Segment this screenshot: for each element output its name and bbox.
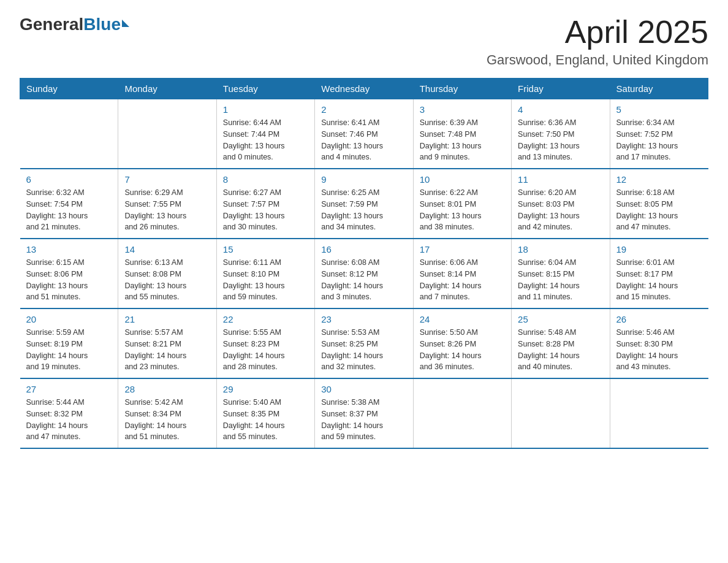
calendar-week-2: 6Sunrise: 6:32 AMSunset: 7:54 PMDaylight…: [20, 169, 708, 239]
day-info: Sunrise: 6:01 AMSunset: 8:17 PMDaylight:…: [616, 257, 702, 303]
day-info: Sunrise: 5:57 AMSunset: 8:21 PMDaylight:…: [124, 327, 210, 373]
calendar-cell: 1Sunrise: 6:44 AMSunset: 7:44 PMDaylight…: [216, 99, 314, 169]
day-number: 30: [321, 384, 406, 394]
day-number: 20: [26, 314, 112, 324]
calendar-cell: [610, 378, 708, 448]
day-number: 5: [616, 104, 702, 115]
day-number: 1: [223, 104, 308, 115]
day-number: 14: [124, 244, 210, 255]
day-info: Sunrise: 6:27 AMSunset: 7:57 PMDaylight:…: [223, 187, 308, 233]
page-subtitle: Garswood, England, United Kingdom: [487, 52, 708, 68]
calendar-cell: 9Sunrise: 6:25 AMSunset: 7:59 PMDaylight…: [315, 169, 413, 239]
calendar-cell: 19Sunrise: 6:01 AMSunset: 8:17 PMDayligh…: [610, 239, 708, 308]
weekday-header-wednesday: Wednesday: [315, 79, 413, 99]
day-info: Sunrise: 6:08 AMSunset: 8:12 PMDaylight:…: [321, 257, 406, 303]
weekday-header-thursday: Thursday: [413, 79, 511, 99]
day-info: Sunrise: 5:46 AMSunset: 8:30 PMDaylight:…: [616, 327, 702, 373]
calendar-cell: 6Sunrise: 6:32 AMSunset: 7:54 PMDaylight…: [20, 169, 118, 239]
day-number: 24: [420, 314, 505, 324]
day-info: Sunrise: 6:32 AMSunset: 7:54 PMDaylight:…: [26, 187, 112, 233]
day-info: Sunrise: 5:38 AMSunset: 8:37 PMDaylight:…: [321, 397, 406, 443]
day-number: 22: [223, 314, 308, 324]
day-info: Sunrise: 6:11 AMSunset: 8:10 PMDaylight:…: [223, 257, 308, 303]
weekday-header-tuesday: Tuesday: [216, 79, 314, 99]
day-number: 18: [518, 244, 603, 255]
day-info: Sunrise: 5:50 AMSunset: 8:26 PMDaylight:…: [420, 327, 505, 373]
page-header: General Blue April 2025 Garswood, Englan…: [20, 15, 708, 68]
logo: General Blue: [20, 15, 129, 34]
calendar-cell: 26Sunrise: 5:46 AMSunset: 8:30 PMDayligh…: [610, 308, 708, 378]
calendar-cell: 8Sunrise: 6:27 AMSunset: 7:57 PMDaylight…: [216, 169, 314, 239]
day-info: Sunrise: 6:13 AMSunset: 8:08 PMDaylight:…: [124, 257, 210, 303]
calendar-cell: 5Sunrise: 6:34 AMSunset: 7:52 PMDaylight…: [610, 99, 708, 169]
day-number: 15: [223, 244, 308, 255]
day-info: Sunrise: 5:59 AMSunset: 8:19 PMDaylight:…: [26, 327, 112, 373]
calendar-cell: 4Sunrise: 6:36 AMSunset: 7:50 PMDaylight…: [512, 99, 610, 169]
calendar-cell: 21Sunrise: 5:57 AMSunset: 8:21 PMDayligh…: [118, 308, 216, 378]
calendar-cell: 7Sunrise: 6:29 AMSunset: 7:55 PMDaylight…: [118, 169, 216, 239]
day-number: 9: [321, 174, 406, 185]
calendar-cell: 14Sunrise: 6:13 AMSunset: 8:08 PMDayligh…: [118, 239, 216, 308]
day-number: 10: [420, 174, 505, 185]
logo-blue-part: Blue: [83, 15, 129, 34]
logo-triangle-icon: [122, 20, 129, 27]
day-number: 21: [124, 314, 210, 324]
day-info: Sunrise: 6:34 AMSunset: 7:52 PMDaylight:…: [616, 117, 702, 163]
calendar-cell: 22Sunrise: 5:55 AMSunset: 8:23 PMDayligh…: [216, 308, 314, 378]
day-info: Sunrise: 6:22 AMSunset: 8:01 PMDaylight:…: [420, 187, 505, 233]
day-info: Sunrise: 5:40 AMSunset: 8:35 PMDaylight:…: [223, 397, 308, 443]
day-number: 23: [321, 314, 406, 324]
weekday-header-friday: Friday: [512, 79, 610, 99]
weekday-header-monday: Monday: [118, 79, 216, 99]
day-info: Sunrise: 6:25 AMSunset: 7:59 PMDaylight:…: [321, 187, 406, 233]
day-info: Sunrise: 6:06 AMSunset: 8:14 PMDaylight:…: [420, 257, 505, 303]
day-info: Sunrise: 5:42 AMSunset: 8:34 PMDaylight:…: [124, 397, 210, 443]
day-info: Sunrise: 6:04 AMSunset: 8:15 PMDaylight:…: [518, 257, 603, 303]
day-number: 19: [616, 244, 702, 255]
calendar-cell: [512, 378, 610, 448]
calendar-cell: 3Sunrise: 6:39 AMSunset: 7:48 PMDaylight…: [413, 99, 511, 169]
day-info: Sunrise: 6:29 AMSunset: 7:55 PMDaylight:…: [124, 187, 210, 233]
calendar-cell: 16Sunrise: 6:08 AMSunset: 8:12 PMDayligh…: [315, 239, 413, 308]
day-info: Sunrise: 6:15 AMSunset: 8:06 PMDaylight:…: [26, 257, 112, 303]
calendar-cell: 12Sunrise: 6:18 AMSunset: 8:05 PMDayligh…: [610, 169, 708, 239]
calendar-week-3: 13Sunrise: 6:15 AMSunset: 8:06 PMDayligh…: [20, 239, 708, 308]
day-number: 28: [124, 384, 210, 394]
weekday-header-row: SundayMondayTuesdayWednesdayThursdayFrid…: [20, 79, 708, 99]
calendar-week-1: 1Sunrise: 6:44 AMSunset: 7:44 PMDaylight…: [20, 99, 708, 169]
day-number: 7: [124, 174, 210, 185]
page-title: April 2025: [487, 15, 708, 50]
day-info: Sunrise: 5:53 AMSunset: 8:25 PMDaylight:…: [321, 327, 406, 373]
calendar-cell: 28Sunrise: 5:42 AMSunset: 8:34 PMDayligh…: [118, 378, 216, 448]
day-info: Sunrise: 6:20 AMSunset: 8:03 PMDaylight:…: [518, 187, 603, 233]
day-info: Sunrise: 6:39 AMSunset: 7:48 PMDaylight:…: [420, 117, 505, 163]
calendar-cell: [413, 378, 511, 448]
day-number: 12: [616, 174, 702, 185]
calendar-header: SundayMondayTuesdayWednesdayThursdayFrid…: [20, 79, 708, 99]
day-number: 16: [321, 244, 406, 255]
calendar-cell: 18Sunrise: 6:04 AMSunset: 8:15 PMDayligh…: [512, 239, 610, 308]
day-number: 29: [223, 384, 308, 394]
calendar-cell: 10Sunrise: 6:22 AMSunset: 8:01 PMDayligh…: [413, 169, 511, 239]
day-number: 2: [321, 104, 406, 115]
day-number: 8: [223, 174, 308, 185]
day-number: 6: [26, 174, 112, 185]
weekday-header-sunday: Sunday: [20, 79, 118, 99]
calendar-cell: 25Sunrise: 5:48 AMSunset: 8:28 PMDayligh…: [512, 308, 610, 378]
weekday-header-saturday: Saturday: [610, 79, 708, 99]
calendar-cell: 2Sunrise: 6:41 AMSunset: 7:46 PMDaylight…: [315, 99, 413, 169]
day-number: 3: [420, 104, 505, 115]
calendar-cell: 15Sunrise: 6:11 AMSunset: 8:10 PMDayligh…: [216, 239, 314, 308]
day-number: 17: [420, 244, 505, 255]
day-info: Sunrise: 6:36 AMSunset: 7:50 PMDaylight:…: [518, 117, 603, 163]
calendar-cell: 24Sunrise: 5:50 AMSunset: 8:26 PMDayligh…: [413, 308, 511, 378]
calendar-cell: 27Sunrise: 5:44 AMSunset: 8:32 PMDayligh…: [20, 378, 118, 448]
calendar-cell: 29Sunrise: 5:40 AMSunset: 8:35 PMDayligh…: [216, 378, 314, 448]
calendar-body: 1Sunrise: 6:44 AMSunset: 7:44 PMDaylight…: [20, 99, 708, 449]
calendar-cell: 17Sunrise: 6:06 AMSunset: 8:14 PMDayligh…: [413, 239, 511, 308]
calendar-table: SundayMondayTuesdayWednesdayThursdayFrid…: [20, 78, 708, 449]
day-number: 26: [616, 314, 702, 324]
day-info: Sunrise: 6:18 AMSunset: 8:05 PMDaylight:…: [616, 187, 702, 233]
day-number: 27: [26, 384, 112, 394]
logo-general: General: [20, 15, 83, 34]
